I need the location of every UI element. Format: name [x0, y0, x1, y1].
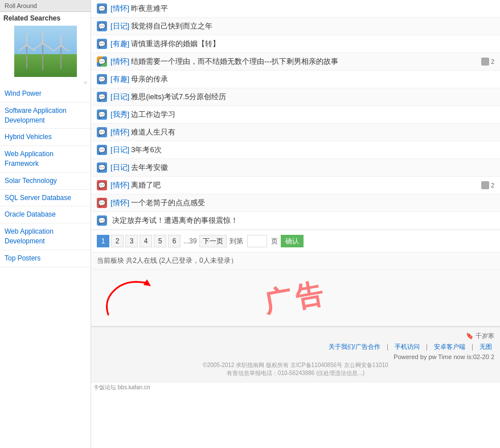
bookmark-icon: 🔖	[466, 332, 474, 339]
badge-num: 2	[491, 58, 494, 65]
list-item[interactable]: Solar Technology	[0, 173, 91, 190]
footer-icp: ©2005-2012 求职指南网 版权所有 京ICP备11040856号 京公网…	[97, 361, 494, 369]
post-icon: 💬	[97, 127, 107, 137]
sidebar-link-sqlserver[interactable]: SQL Server Database	[0, 190, 91, 206]
goto-label: 到第	[229, 237, 243, 246]
svg-line-4	[19, 45, 27, 51]
site-label: 卡饭论坛 bbs.kafan.cn	[91, 382, 500, 393]
footer-complaint: 有害信息举报电话：010-56243886 (仅处理违法信息...)	[97, 369, 494, 377]
post-badge: 2	[481, 181, 494, 189]
svg-line-13	[61, 46, 69, 51]
footer: 🔖 千岁寒 关于我们/广告合作 ｜ 手机访问 ｜ 安卓客户端 ｜ 无图 Powe…	[91, 327, 500, 382]
sidebar-link-hybrid[interactable]: Hybrid Vehicles	[0, 129, 91, 145]
page-ellipsis: ...39	[182, 237, 198, 245]
sidebar-link-topposters[interactable]: Top Posters	[0, 250, 91, 267]
post-icon: 💬	[97, 180, 107, 190]
post-link[interactable]: [日记]去年考安徽	[110, 162, 494, 173]
post-icon: 💬	[97, 56, 107, 67]
post-item: 💬[日记]我觉得自己快到而立之年	[91, 18, 500, 35]
post-icon: 💬	[97, 145, 107, 155]
list-item[interactable]: Hybrid Vehicles	[0, 129, 91, 146]
page-button[interactable]: 4	[140, 235, 152, 247]
post-icon: 💬	[97, 162, 107, 173]
post-link[interactable]: [日记]3年考6次	[110, 145, 494, 155]
list-item[interactable]: SQL Server Database	[0, 190, 91, 207]
footer-username-area: 🔖 千岁寒	[97, 332, 494, 340]
sidebar-title: Related Searches	[0, 12, 91, 23]
pagination: 123456...39下一页到第页确认	[91, 230, 500, 252]
page-button[interactable]: 6	[168, 235, 181, 247]
post-item: 💬[我秀]边工作边学习	[91, 106, 500, 124]
post-item: 💬[日记]雅思(ielts)考试7.5分原创经历	[91, 88, 500, 106]
post-item: 💬[情怀]结婚需要一个理由，而不结婚无数个理由---扒下剩男相亲的故事2	[91, 53, 500, 71]
sidebar: Roll Around Related Searches	[0, 0, 91, 448]
list-item[interactable]: Web Application Development	[0, 223, 91, 250]
list-item[interactable]: Wind Power	[0, 85, 91, 103]
footer-link-about[interactable]: 关于我们/广告合作	[329, 343, 380, 350]
post-link[interactable]: [情怀]结婚需要一个理由，而不结婚无数个理由---扒下剩男相亲的故事	[110, 56, 478, 67]
list-item[interactable]: Software Application Development	[0, 103, 91, 129]
sidebar-link-webapp[interactable]: Web Application Framework	[0, 146, 91, 172]
footer-link-mobile[interactable]: 手机访问	[395, 343, 420, 350]
post-item: 💬[情怀]一个老简子的点点感受	[91, 194, 500, 212]
list-item[interactable]: Top Posters	[0, 250, 91, 267]
post-link[interactable]: [日记]雅思(ielts)考试7.5分原创经历	[110, 92, 494, 102]
main-content: 💬[情怀]昨夜意难平💬[日记]我觉得自己快到而立之年💬[有趣]请慎重选择你的婚姻…	[91, 0, 500, 448]
post-icon: 💬	[97, 3, 107, 14]
sidebar-links: Wind Power Software Application Developm…	[0, 85, 91, 267]
footer-link-noimage[interactable]: 无图	[479, 343, 492, 350]
badge-icon	[481, 58, 489, 66]
post-link[interactable]: 决定放弃考试！遭遇离奇的事很震惊！	[110, 215, 494, 226]
sidebar-link-wind-power[interactable]: Wind Power	[0, 85, 91, 102]
post-link[interactable]: [日记]我觉得自己快到而立之年	[110, 21, 494, 31]
post-icon: 💬	[97, 39, 107, 49]
footer-powered: Powered by pw Time now is:02-20 2	[97, 353, 494, 360]
footer-links-area: 关于我们/广告合作 ｜ 手机访问 ｜ 安卓客户端 ｜ 无图	[97, 343, 494, 351]
badge-num: 2	[491, 182, 494, 189]
post-item: 💬[情怀]离婚了吧2	[91, 177, 500, 194]
page-button[interactable]: 3	[125, 235, 138, 247]
svg-line-8	[43, 43, 53, 50]
image-caption: ○	[0, 79, 91, 85]
post-item: 💬[有趣]母亲的传承	[91, 71, 500, 88]
post-link[interactable]: [情怀]难道人生只有	[110, 127, 494, 137]
post-icon: 💬	[97, 74, 107, 84]
post-item: 💬决定放弃考试！遭遇离奇的事很震惊！	[91, 212, 500, 230]
post-badge: 2	[481, 58, 494, 66]
page-confirm-button[interactable]: 确认	[281, 235, 304, 247]
sidebar-image	[14, 26, 77, 77]
post-item: 💬[日记]去年考安徽	[91, 159, 500, 177]
page-number-input[interactable]	[247, 235, 267, 247]
svg-line-14	[53, 46, 61, 51]
ad-area: 广告	[91, 270, 500, 327]
page-button[interactable]: 2	[111, 235, 124, 247]
post-link[interactable]: [我秀]边工作边学习	[110, 109, 494, 120]
post-link[interactable]: [情怀]昨夜意难平	[110, 3, 494, 14]
badge-icon	[481, 181, 489, 189]
sidebar-link-solar[interactable]: Solar Technology	[0, 173, 91, 189]
online-status: 当前板块 共2人在线 (2人已登录，0人未登录）	[91, 252, 500, 270]
ad-label: 广告	[261, 274, 330, 321]
footer-link-android[interactable]: 安卓客户端	[434, 343, 465, 350]
sidebar-header: Roll Around	[0, 0, 91, 12]
post-icon: 💬	[97, 21, 107, 31]
post-icon: 💬	[97, 198, 107, 208]
post-link[interactable]: [有趣]母亲的传承	[110, 74, 494, 84]
sidebar-link-webdev[interactable]: Web Application Development	[0, 223, 91, 250]
post-link[interactable]: [情怀]一个老简子的点点感受	[110, 198, 494, 208]
sidebar-link-software[interactable]: Software Application Development	[0, 103, 91, 129]
post-icon: 💬	[97, 92, 107, 102]
sidebar-link-oracle[interactable]: Oracle Database	[0, 206, 91, 223]
page-button[interactable]: 5	[154, 235, 166, 247]
post-item: 💬[有趣]请慎重选择你的婚姻【转】	[91, 35, 500, 53]
list-item[interactable]: Web Application Framework	[0, 146, 91, 173]
list-item[interactable]: Oracle Database	[0, 206, 91, 223]
page-button[interactable]: 1	[97, 235, 109, 247]
next-page-button[interactable]: 下一页	[199, 235, 227, 247]
post-link[interactable]: [情怀]离婚了吧	[110, 180, 478, 190]
page-label: 页	[271, 237, 278, 246]
online-text: 当前板块 共2人在线 (2人已登录，0人未登录）	[97, 256, 237, 264]
post-link[interactable]: [有趣]请慎重选择你的婚姻【转】	[110, 39, 494, 49]
username: 千岁寒	[476, 332, 494, 339]
post-icon: 💬	[97, 215, 107, 226]
